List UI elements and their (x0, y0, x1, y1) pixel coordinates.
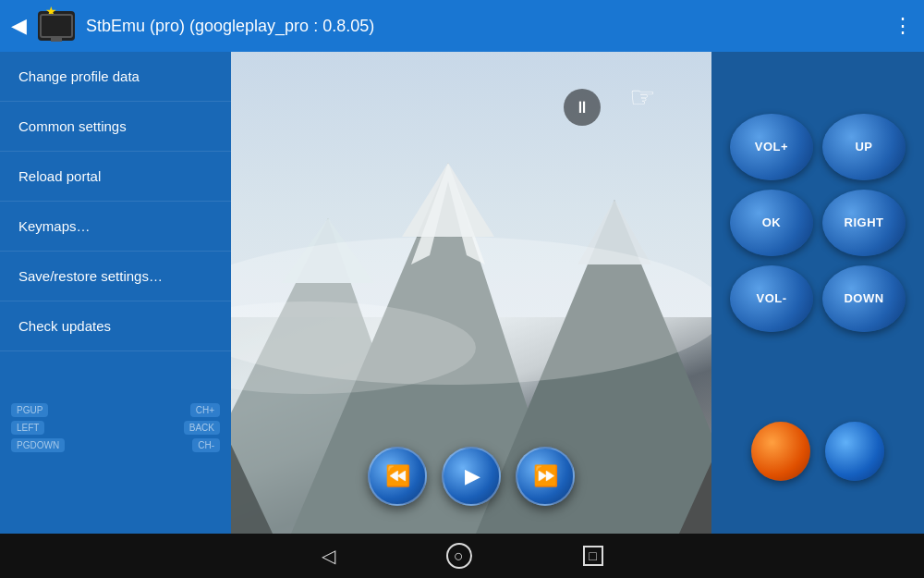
down-button[interactable]: DOWN (822, 265, 906, 332)
rewind-icon: ⏪ (385, 464, 410, 488)
sidebar-item-common-settings[interactable]: Common settings (0, 102, 231, 152)
keymap-back: BACK (184, 421, 220, 435)
keymap-row-2: LEFT BACK (11, 421, 220, 435)
bottom-nav: ◁ ○ □ (0, 534, 924, 578)
color-buttons (751, 422, 884, 481)
fast-forward-button[interactable]: ⏩ (516, 447, 575, 506)
sidebar: Change profile data Common settings Relo… (0, 52, 231, 534)
vol-minus-button[interactable]: VOL- (730, 265, 813, 332)
pause-icon: ⏸ (574, 98, 590, 117)
back-button[interactable]: ◀ (11, 14, 27, 38)
vol-plus-button[interactable]: VOL+ (730, 114, 813, 180)
app-title: StbEmu (pro) (googleplay_pro : 0.8.05) (86, 17, 893, 36)
right-panel: VOL+ UP OK RIGHT VOL- DOWN (711, 52, 924, 534)
video-area: ⏸ ☞ ⏪ ▶ ⏩ (231, 52, 711, 534)
home-nav-button[interactable]: ○ (446, 543, 472, 569)
keymap-row-3: PGDOWN CH- (11, 438, 220, 452)
sidebar-item-save-restore[interactable]: Save/restore settings… (0, 252, 231, 301)
keymap-chminus: CH- (192, 438, 220, 452)
video-background: ⏸ ☞ ⏪ ▶ ⏩ (231, 52, 711, 534)
sidebar-item-check-updates[interactable]: Check updates (0, 301, 231, 351)
right-button[interactable]: RIGHT (822, 190, 906, 256)
keymap-hints: PGUP CH+ LEFT BACK PGDOWN CH- (0, 396, 231, 460)
tv-icon (40, 14, 73, 38)
play-button[interactable]: ▶ (442, 447, 501, 506)
keymap-left: LEFT (11, 421, 44, 435)
menu-button[interactable]: ⋮ (893, 14, 913, 38)
app-icon (38, 11, 75, 41)
sidebar-item-change-profile[interactable]: Change profile data (0, 52, 231, 102)
dpad-grid: VOL+ UP OK RIGHT VOL- DOWN (721, 114, 915, 332)
back-nav-button[interactable]: ◁ (322, 545, 335, 567)
up-button[interactable]: UP (822, 114, 906, 180)
recents-nav-button[interactable]: □ (583, 546, 603, 566)
keymap-row-1: PGUP CH+ (11, 403, 220, 417)
fast-forward-icon: ⏩ (533, 464, 558, 488)
rewind-button[interactable]: ⏪ (368, 447, 427, 506)
orange-button[interactable] (751, 422, 810, 481)
ok-button[interactable]: OK (730, 190, 813, 256)
main-content: Change profile data Common settings Relo… (0, 52, 924, 534)
top-bar: ◀ StbEmu (pro) (googleplay_pro : 0.8.05)… (0, 0, 924, 52)
sidebar-item-keymaps[interactable]: Keymaps… (0, 202, 231, 252)
pause-button[interactable]: ⏸ (564, 89, 601, 126)
playback-controls: ⏪ ▶ ⏩ (368, 447, 575, 506)
play-icon: ▶ (465, 464, 480, 488)
keymap-chplus: CH+ (190, 403, 220, 417)
sidebar-item-reload-portal[interactable]: Reload portal (0, 152, 231, 202)
keymap-pgdown: PGDOWN (11, 438, 65, 452)
blue-button[interactable] (825, 422, 884, 481)
keymap-pgup: PGUP (11, 403, 48, 417)
